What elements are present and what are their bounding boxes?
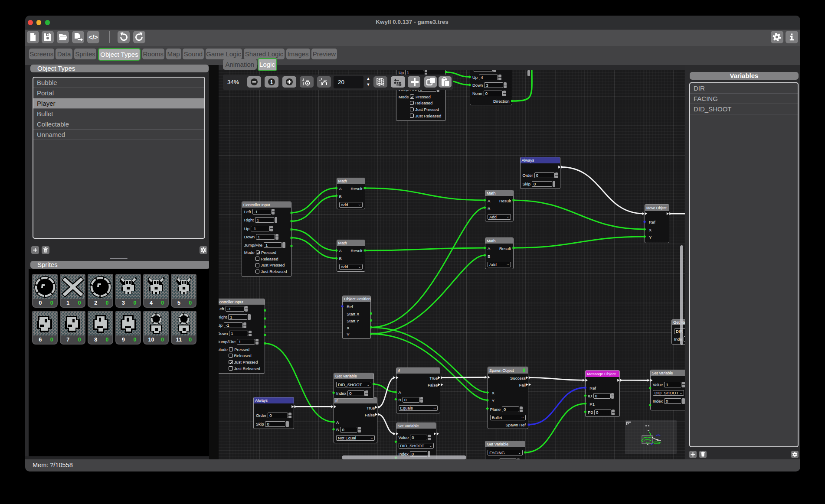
svg-text:</>: </> [88,33,98,41]
svg-text:1: 1 [270,79,273,85]
